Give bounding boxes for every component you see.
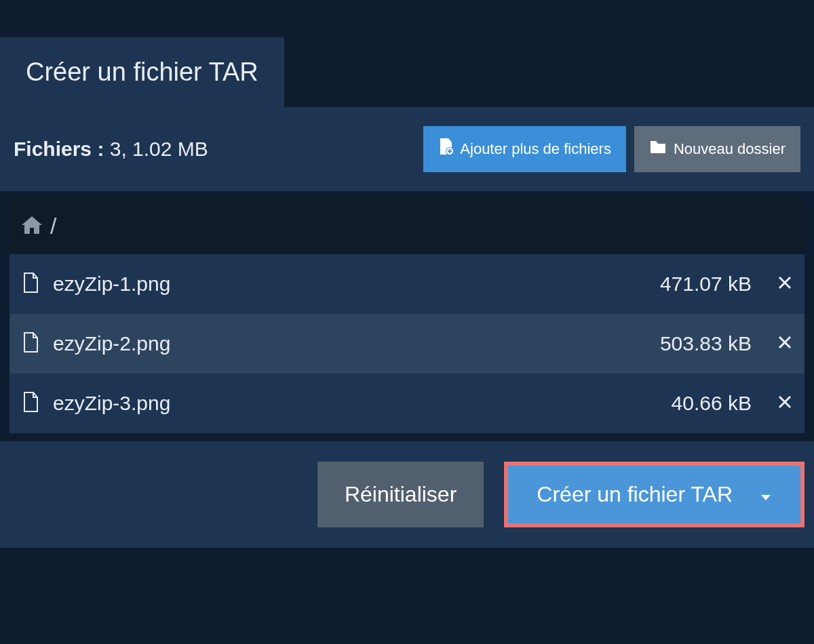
- remove-file-button[interactable]: [777, 395, 792, 412]
- app-container: Créer un fichier TAR Fichiers : 3, 1.02 …: [0, 0, 814, 548]
- caret-down-icon: [760, 482, 772, 507]
- create-button-highlight: Créer un fichier TAR: [504, 462, 805, 527]
- tab-header: Créer un fichier TAR: [0, 37, 284, 107]
- page-title: Créer un fichier TAR: [26, 58, 258, 87]
- files-label: Fichiers :: [14, 138, 104, 160]
- folder-icon: [649, 140, 667, 159]
- reset-button[interactable]: Réinitialiser: [317, 462, 484, 527]
- new-folder-label: Nouveau dossier: [674, 140, 786, 158]
- new-folder-button[interactable]: Nouveau dossier: [634, 126, 800, 172]
- remove-file-button[interactable]: [777, 335, 792, 353]
- create-label: Créer un fichier TAR: [537, 482, 733, 507]
- create-tar-button[interactable]: Créer un fichier TAR: [508, 466, 800, 523]
- file-size: 503.83 kB: [660, 332, 752, 355]
- file-size: 471.07 kB: [660, 273, 752, 296]
- toolbar: Fichiers : 3, 1.02 MB Ajouter plus de fi…: [0, 107, 814, 191]
- file-icon: [22, 272, 39, 296]
- file-count-summary: Fichiers : 3, 1.02 MB: [14, 138, 208, 161]
- file-name: ezyZip-1.png: [53, 273, 646, 296]
- file-plus-icon: [438, 138, 453, 160]
- breadcrumb[interactable]: /: [9, 198, 805, 254]
- action-footer: Réinitialiser Créer un fichier TAR: [0, 441, 814, 548]
- file-name: ezyZip-3.png: [53, 392, 658, 415]
- file-icon: [22, 391, 39, 416]
- home-icon: [20, 215, 43, 238]
- files-summary-value: 3, 1.02 MB: [110, 138, 208, 160]
- add-files-button[interactable]: Ajouter plus de fichiers: [423, 126, 626, 172]
- file-row[interactable]: ezyZip-1.png 471.07 kB: [9, 254, 805, 314]
- remove-file-button[interactable]: [777, 275, 792, 293]
- file-browser: / ezyZip-1.png 471.07 kB: [9, 198, 805, 433]
- add-files-label: Ajouter plus de fichiers: [460, 140, 611, 158]
- reset-label: Réinitialiser: [345, 482, 457, 506]
- file-icon: [22, 331, 39, 356]
- breadcrumb-path: /: [50, 213, 56, 239]
- file-row[interactable]: ezyZip-2.png 503.83 kB: [9, 314, 805, 374]
- file-name: ezyZip-2.png: [53, 332, 646, 355]
- file-row[interactable]: ezyZip-3.png 40.66 kB: [9, 374, 805, 433]
- toolbar-buttons: Ajouter plus de fichiers Nouveau dossier: [423, 126, 800, 172]
- file-size: 40.66 kB: [672, 392, 752, 415]
